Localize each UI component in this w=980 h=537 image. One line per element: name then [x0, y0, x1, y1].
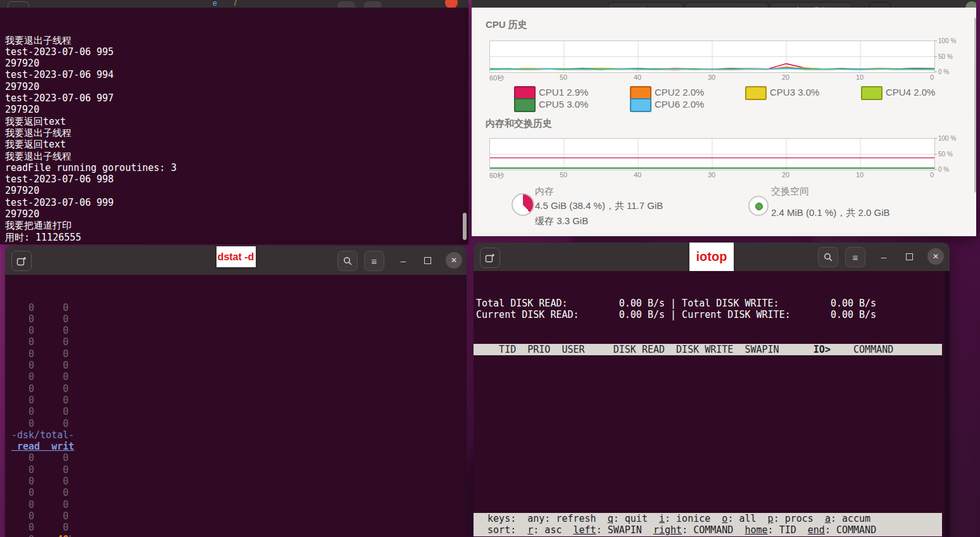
vertical-scrollbar[interactable] — [974, 18, 976, 193]
terminal-line: -dsk/total- — [11, 429, 467, 441]
x-tick-label: 40 — [634, 171, 641, 179]
dstat-output: 0 0 0 0 0 0 0 0 0 0 0 0 0 0 0 0 0 0 0 0 … — [5, 275, 467, 537]
text-segment: end — [808, 524, 825, 536]
terminal-line: 0 0 — [11, 302, 467, 313]
dstat-terminal-window: ≡ – ✕ dstat -d 0 0 0 0 0 0 0 0 0 0 0 0 0… — [5, 246, 467, 537]
tab-processes[interactable]: 进程 — [608, 2, 684, 8]
new-tab-button[interactable] — [480, 248, 500, 268]
annotation-iotop: iotop — [689, 243, 734, 271]
text-segment: sort: — [476, 524, 527, 536]
text-segment: $ ^C — [68, 243, 91, 244]
menu-button[interactable]: ≡ — [845, 247, 865, 267]
text-segment: q — [608, 513, 613, 524]
menu-button[interactable]: ≡ — [364, 251, 384, 271]
text-segment: 0 — [11, 534, 57, 537]
text-segment: /home — [39, 243, 68, 244]
tab-filesystems[interactable]: 文件系统 — [770, 2, 852, 8]
terminal-line: 0 0 — [11, 510, 467, 522]
maximize-button[interactable] — [901, 250, 917, 263]
maximize-button[interactable] — [420, 253, 435, 267]
memory-y-axis: 100 %50 %0 % — [934, 138, 964, 169]
menu-button[interactable] — [364, 1, 382, 8]
memory-history-chart — [489, 138, 935, 170]
iotop-terminal-window: ≡ – ✕ iotop Total DISK READ: 0.00 B/s | … — [474, 243, 950, 537]
text-segment: : SWAPIN — [596, 524, 653, 536]
text-segment: 0 0 — [11, 406, 68, 417]
memory-x-axis: 60秒50403020100 — [489, 171, 934, 180]
minimize-icon: – — [881, 251, 886, 262]
terminal-line: 我要把通道打印 — [5, 220, 468, 231]
text-segment: 0 0 — [11, 325, 68, 336]
text-segment: 0 0 — [11, 348, 68, 360]
terminal-line: 0 40k — [11, 534, 467, 537]
y-tick-label: 0 % — [938, 166, 949, 173]
terminal-line: Total DISK READ: 0.00 B/s | Total DISK W… — [476, 298, 950, 309]
title-text-fragment: / — [234, 0, 236, 8]
text-segment: 0 0 — [11, 452, 68, 464]
tab-bar: 进程 资源 文件系统 — [472, 0, 976, 8]
terminal-line: 0 0 — [11, 336, 467, 348]
legend-swatch — [745, 86, 767, 100]
terminal-line: sort: r: asc left: SWAPIN right: COMMAND… — [476, 524, 942, 536]
legend-label: CPU1 2.9% — [539, 87, 588, 98]
text-segment: 0 0 — [11, 383, 68, 395]
terminal-line: test-2023-07-06 994 — [5, 69, 468, 80]
text-segment: : COMMAND — [825, 524, 876, 536]
cpu-history-title: CPU 历史 — [486, 19, 527, 31]
new-tab-button[interactable] — [8, 1, 29, 8]
terminal-line: 0 0 — [11, 452, 467, 464]
memory-history-title: 内存和交换历史 — [486, 118, 552, 130]
text-segment: 0 0 — [11, 302, 68, 313]
minimize-button[interactable]: – — [876, 250, 891, 263]
terminal-line: read writ — [11, 441, 467, 452]
cpu-y-axis: 100 %50 %0 % — [934, 41, 964, 72]
vertical-scrollbar[interactable] — [463, 213, 467, 240]
terminal-line: test-2023-07-06 997 — [5, 92, 468, 104]
new-tab-button[interactable] — [11, 251, 32, 271]
terminal-line: 297920 — [5, 58, 468, 69]
terminal-line: 用时: 11126555 — [5, 232, 468, 243]
search-button[interactable] — [818, 247, 838, 267]
minimize-button[interactable]: – — [396, 253, 411, 267]
vertical-scrollbar[interactable] — [945, 271, 950, 537]
terminal-line: 0 0 — [11, 325, 467, 336]
text-segment: : quit — [613, 513, 659, 524]
text-segment: read writ — [11, 441, 74, 452]
text-segment: left — [574, 524, 596, 536]
text-segment: 0 0 — [11, 371, 68, 382]
swap-usage: 2.4 MiB (0.1 %)，共 2.0 GiB — [771, 207, 890, 219]
close-button[interactable] — [445, 0, 458, 8]
close-button[interactable]: ✕ — [927, 248, 944, 265]
iotop-output: Total DISK READ: 0.00 B/s | Total DISK W… — [474, 271, 950, 537]
terminal-line: 我要退出子线程 — [5, 127, 468, 139]
text-segment: a — [825, 513, 831, 524]
terminal-line: 0 0 — [11, 487, 467, 498]
text-segment: 0 0 — [11, 499, 68, 510]
terminal-line: 0 0 — [11, 313, 467, 325]
x-tick-label: 30 — [708, 171, 715, 179]
window-button[interactable] — [869, 2, 891, 8]
terminal-line: 我要返回text — [5, 116, 468, 127]
legend-swatch — [630, 98, 651, 112]
annotation-dstat: dstat -d — [217, 246, 256, 267]
search-button[interactable] — [337, 251, 358, 271]
terminal-line: lu@lu:/home$ ^C — [5, 243, 468, 244]
text-segment: keys: any: refresh — [476, 513, 608, 524]
swap-heading: 交换空间 — [771, 186, 809, 198]
text-segment: : accum — [831, 513, 870, 524]
system-monitor-window: 进程 资源 文件系统 CPU 历史 100 %50 %0 % 60秒504030… — [472, 0, 976, 236]
text-segment: lu@lu — [5, 243, 34, 244]
titlebar[interactable]: e / — [0, 0, 468, 8]
cpu-x-axis: 60秒50403020100 — [489, 73, 934, 82]
text-segment: : TID — [768, 524, 808, 536]
menu-circle-button[interactable] — [965, 1, 976, 8]
tab-resources[interactable]: 资源 — [685, 2, 769, 8]
y-tick-label: 0 % — [938, 68, 949, 75]
text-segment: : asc — [533, 524, 573, 536]
y-tick-label: 50 % — [938, 150, 953, 157]
search-icon — [343, 256, 353, 266]
cpu-history-chart — [489, 41, 935, 73]
search-button[interactable] — [337, 1, 355, 8]
text-segment: -dsk/total- — [11, 429, 74, 441]
close-button[interactable]: ✕ — [446, 252, 462, 268]
